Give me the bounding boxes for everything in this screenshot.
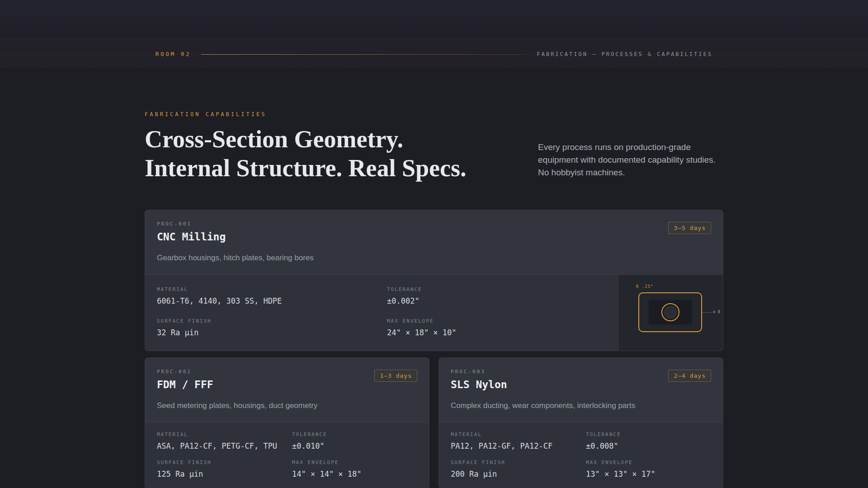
page-title-line2: Internal Structure. Real Specs. [145, 155, 466, 182]
hero-description: Every process runs on production-grade e… [538, 141, 723, 183]
spec-tolerance: TOLERANCE ±0.008" [586, 432, 711, 450]
spec-value: PA12, PA12-GF, PA12-CF [451, 441, 586, 450]
drawing-bore-inner [664, 306, 677, 319]
drawing-radius-callout: R .25" [636, 284, 654, 289]
spec-value: 125 Ra μin [157, 469, 292, 479]
card-header: PROC-001 CNC Milling Gearbox housings, h… [145, 210, 723, 274]
spec-label: MAX ENVELOPE [292, 460, 417, 465]
spec-value: 13" × 13" × 17" [586, 469, 711, 479]
spec-surface-finish: SURFACE FINISH 32 Ra μin [157, 318, 387, 337]
spec-value: 32 Ra μin [157, 328, 387, 337]
spec-label: TOLERANCE [586, 432, 711, 437]
card-header: PROC-002 FDM / FFF Seed metering plates,… [145, 358, 429, 422]
spec-label: SURFACE FINISH [157, 318, 387, 324]
spec-label: SURFACE FINISH [157, 460, 292, 465]
drawing-bore-circle [661, 303, 679, 321]
spec-value: 24" × 18" × 10" [387, 328, 607, 337]
spec-value: ±0.002" [387, 296, 607, 305]
divider-line [201, 54, 522, 55]
spec-label: TOLERANCE [387, 286, 607, 292]
section-header-label: FABRICATION — PROCESSES & CAPABILITIES [537, 51, 712, 57]
drawing-diameter-callout: ⌀ 8 [713, 310, 720, 314]
spec-material: MATERIAL PA12, PA12-GF, PA12-CF [451, 432, 586, 450]
card-header: PROC-003 SLS Nylon Complex ducting, wear… [439, 358, 723, 422]
top-band [0, 0, 868, 39]
lead-time-badge: 2–4 days [668, 370, 711, 382]
process-card-sls-nylon: PROC-003 SLS Nylon Complex ducting, wear… [439, 357, 723, 488]
spec-value: ±0.010" [292, 441, 417, 450]
hero-eyebrow: FABRICATION CAPABILITIES [145, 111, 466, 117]
spec-grid: MATERIAL PA12, PA12-GF, PA12-CF TOLERANC… [439, 422, 723, 488]
hero-title-block: FABRICATION CAPABILITIES Cross-Section G… [145, 111, 466, 183]
lead-time-badge: 3–5 days [668, 222, 711, 234]
process-description: Seed metering plates, housings, duct geo… [157, 401, 417, 410]
process-description: Complex ducting, wear components, interl… [451, 401, 711, 410]
hero-section: FABRICATION CAPABILITIES Cross-Section G… [145, 70, 723, 183]
spec-max-envelope: MAX ENVELOPE 24" × 18" × 10" [387, 318, 607, 337]
spec-value: ASA, PA12-CF, PETG-CF, TPU [157, 441, 292, 450]
section-header-strip: ROOM 02 FABRICATION — PROCESSES & CAPABI… [0, 39, 868, 70]
section-header-inner: ROOM 02 FABRICATION — PROCESSES & CAPABI… [145, 39, 723, 69]
spec-tolerance: TOLERANCE ±0.010" [292, 432, 417, 450]
main-content: FABRICATION CAPABILITIES Cross-Section G… [145, 70, 723, 488]
drawing-part-outline [638, 292, 702, 332]
page-title-line1: Cross-Section Geometry. [145, 126, 403, 153]
lead-time-badge: 1–3 days [374, 370, 417, 382]
spec-value: 14" × 14" × 18" [292, 469, 417, 479]
spec-surface-finish: SURFACE FINISH 125 Ra μin [157, 460, 292, 479]
spec-label: MATERIAL [451, 432, 586, 437]
card-row: PROC-002 FDM / FFF Seed metering plates,… [145, 357, 723, 488]
spec-label: MAX ENVELOPE [586, 460, 711, 465]
process-description: Gearbox housings, hitch plates, bearing … [157, 253, 711, 263]
drawing-dimension-line [702, 312, 712, 313]
page-title: Cross-Section Geometry. Internal Structu… [145, 125, 466, 183]
spec-max-envelope: MAX ENVELOPE 13" × 13" × 17" [586, 460, 711, 479]
spec-max-envelope: MAX ENVELOPE 14" × 14" × 18" [292, 460, 417, 479]
spec-label: TOLERANCE [292, 432, 417, 437]
spec-label: SURFACE FINISH [451, 460, 586, 465]
process-name: CNC Milling [157, 231, 711, 243]
spec-value: ±0.008" [586, 441, 711, 450]
spec-surface-finish: SURFACE FINISH 200 Ra μin [451, 460, 586, 479]
process-card-cnc-milling: PROC-001 CNC Milling Gearbox housings, h… [145, 210, 723, 351]
process-cards: PROC-001 CNC Milling Gearbox housings, h… [145, 210, 723, 488]
spec-grid: MATERIAL ASA, PA12-CF, PETG-CF, TPU TOLE… [145, 422, 429, 488]
spec-label: MATERIAL [157, 286, 387, 292]
spec-grid: MATERIAL 6061-T6, 4140, 303 SS, HDPE TOL… [145, 275, 619, 351]
technical-drawing-panel: R .25" ⌀ 8 [619, 275, 723, 351]
spec-tolerance: TOLERANCE ±0.002" [387, 286, 607, 305]
process-card-fdm-fff: PROC-002 FDM / FFF Seed metering plates,… [145, 357, 429, 488]
spec-material: MATERIAL ASA, PA12-CF, PETG-CF, TPU [157, 432, 292, 450]
room-tag: ROOM 02 [156, 51, 191, 57]
spec-value: 6061-T6, 4140, 303 SS, HDPE [157, 296, 387, 305]
spec-section: MATERIAL 6061-T6, 4140, 303 SS, HDPE TOL… [145, 274, 723, 351]
spec-material: MATERIAL 6061-T6, 4140, 303 SS, HDPE [157, 286, 387, 305]
spec-value: 200 Ra μin [451, 469, 586, 479]
process-id: PROC-001 [157, 221, 711, 227]
spec-label: MATERIAL [157, 432, 292, 437]
spec-label: MAX ENVELOPE [387, 318, 607, 324]
